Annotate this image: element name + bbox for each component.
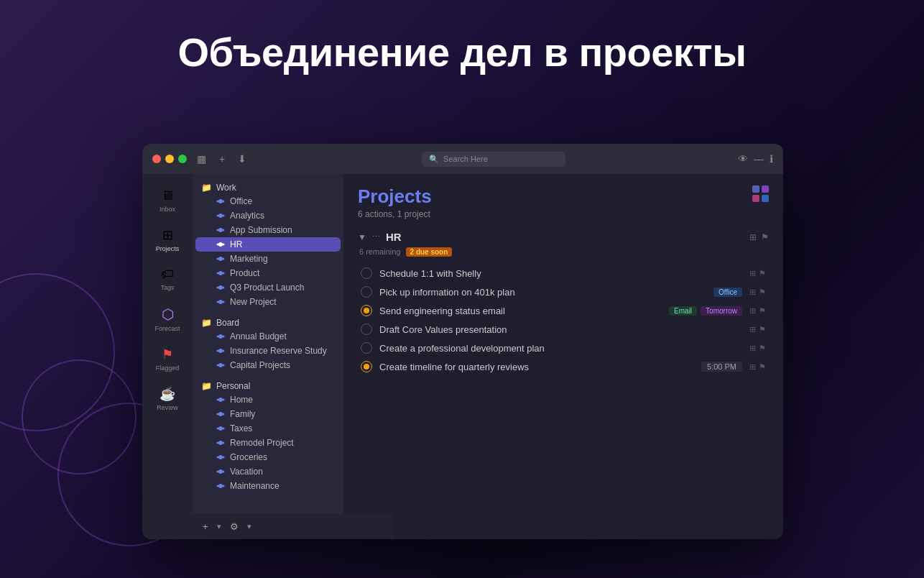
nav-group-board[interactable]: 📁 Board — [193, 315, 343, 329]
task-check-4[interactable] — [361, 324, 372, 335]
settings-bottom-button[interactable]: ⚙ — [227, 520, 241, 533]
task-check-5[interactable] — [361, 342, 372, 354]
svg-point-24 — [218, 334, 223, 339]
svg-point-39 — [218, 426, 223, 431]
q3-dot-icon — [216, 283, 226, 293]
task-grid-icon-2[interactable]: ⊞ — [749, 288, 756, 297]
task-item-2[interactable]: Pick up information on 401k plan Office … — [358, 283, 769, 301]
time-tag: 5:00 PM — [701, 362, 742, 372]
task-item-4[interactable]: Draft Core Values presentation ⊞ ⚑ — [358, 320, 769, 339]
sidebar-strip: 🖥 Inbox ⊞ Projects 🏷 Tags ⬡ Forecast ⚑ F… — [142, 174, 193, 539]
insurance-dot-icon — [216, 346, 226, 356]
svg-point-42 — [218, 441, 223, 445]
add-label: ▾ — [217, 522, 221, 531]
nav-item-office[interactable]: Office — [195, 194, 341, 208]
task-grid-icon-3[interactable]: ⊞ — [749, 306, 756, 316]
nav-item-q3-product-launch[interactable]: Q3 Product Launch — [195, 280, 341, 295]
export-icon[interactable]: ⬇ — [235, 152, 249, 166]
svg-point-37 — [217, 413, 219, 416]
svg-point-46 — [217, 457, 219, 459]
nav-item-home[interactable]: Home — [195, 393, 341, 407]
task-item-5[interactable]: Create a professional development plan ⊞… — [358, 339, 769, 357]
svg-point-28 — [217, 350, 219, 352]
nav-item-annual-budget[interactable]: Annual Budget — [195, 329, 341, 344]
minimize-button[interactable] — [165, 155, 174, 163]
nav-item-family-label: Family — [230, 409, 255, 419]
nav-item-new-project-label: New Project — [230, 297, 277, 307]
sidebar-item-forecast[interactable]: ⬡ Forecast — [147, 300, 188, 338]
section-flag-icon[interactable]: ⚑ — [761, 232, 769, 242]
page-heading: Объединение дел в проекты — [0, 29, 924, 75]
task-grid-icon-6[interactable]: ⊞ — [749, 362, 756, 372]
info-icon[interactable]: ℹ — [770, 153, 773, 165]
task-grid-icon-5[interactable]: ⊞ — [749, 344, 756, 353]
add-bottom-button[interactable]: + — [200, 520, 211, 533]
sidebar-item-inbox[interactable]: 🖥 Inbox — [147, 183, 188, 219]
svg-point-31 — [217, 364, 219, 367]
svg-point-36 — [218, 412, 223, 416]
view-icon[interactable]: 👁 — [738, 153, 748, 165]
svg-point-53 — [223, 485, 225, 487]
nav-item-analytics-label: Analytics — [230, 211, 264, 221]
nav-item-family[interactable]: Family — [195, 407, 341, 421]
task-item-1[interactable]: Schedule 1:1 with Shelly ⊞ ⚑ — [358, 264, 769, 283]
close-button[interactable] — [152, 155, 161, 163]
task-flag-icon-3[interactable]: ⚑ — [759, 306, 766, 316]
nav-item-taxes[interactable]: Taxes — [195, 421, 341, 436]
task-flag-icon-2[interactable]: ⚑ — [759, 288, 766, 297]
dot-4 — [762, 195, 769, 202]
task-item-6[interactable]: Create timeline for quarterly reviews 5:… — [358, 357, 769, 376]
family-dot-icon — [216, 409, 226, 419]
app-submission-dot-icon — [216, 225, 226, 235]
svg-point-23 — [223, 301, 225, 303]
task-flag-icon-5[interactable]: ⚑ — [759, 344, 766, 353]
nav-item-remodel[interactable]: Remodel Project — [195, 436, 341, 450]
task-check-1[interactable] — [361, 267, 372, 279]
task-check-2[interactable] — [361, 286, 372, 298]
task-actions-6: ⊞ ⚑ — [749, 362, 766, 372]
nav-item-hr[interactable]: HR — [195, 237, 341, 252]
svg-point-6 — [218, 228, 223, 232]
hr-dot-icon — [216, 239, 226, 249]
section-grid-icon[interactable]: ⊞ — [749, 232, 757, 242]
taxes-dot-icon — [216, 423, 226, 434]
sidebar-item-flagged[interactable]: ⚑ Flagged — [147, 341, 188, 377]
task-grid-icon-1[interactable]: ⊞ — [749, 269, 756, 278]
collapse-icon[interactable]: ▼ — [358, 232, 366, 242]
nav-item-vacation[interactable]: Vacation — [195, 464, 341, 479]
nav-item-product[interactable]: Product — [195, 266, 341, 280]
hr-section-header: ▼ ⋯ HR ⊞ ⚑ — [358, 231, 769, 243]
nav-item-groceries[interactable]: Groceries — [195, 450, 341, 464]
sidebar-item-review[interactable]: ☕ Review — [147, 380, 188, 417]
svg-point-40 — [217, 428, 219, 430]
nav-item-app-submission[interactable]: App Submission — [195, 223, 341, 237]
task-item-3[interactable]: Send engineering status email Email Tomo… — [358, 301, 769, 320]
search-bar[interactable]: 🔍 Search Here — [422, 152, 565, 167]
task-flag-icon-1[interactable]: ⚑ — [759, 269, 766, 278]
hr-title: HR — [386, 231, 744, 243]
minus-icon[interactable]: — — [754, 153, 764, 165]
nav-item-insurance[interactable]: Insurance Reserve Study — [195, 344, 341, 358]
nav-item-analytics[interactable]: Analytics — [195, 208, 341, 223]
nav-group-work[interactable]: 📁 Work — [193, 180, 343, 194]
task-check-3[interactable] — [361, 305, 372, 316]
task-flag-icon-6[interactable]: ⚑ — [759, 362, 766, 372]
nav-item-new-project[interactable]: New Project — [195, 295, 341, 309]
inbox-label: Inbox — [160, 206, 175, 213]
nav-item-maintenance[interactable]: Maintenance — [195, 479, 341, 493]
svg-point-20 — [223, 287, 225, 289]
work-folder-icon: 📁 — [201, 183, 212, 193]
add-icon[interactable]: + — [216, 152, 228, 166]
personal-folder-icon: 📁 — [201, 381, 212, 391]
task-flag-icon-4[interactable]: ⚑ — [759, 325, 766, 334]
sidebar-item-tags[interactable]: 🏷 Tags — [147, 261, 188, 297]
nav-item-capital-projects[interactable]: Capital Projects — [195, 358, 341, 372]
task-text-4: Draft Core Values presentation — [379, 324, 735, 335]
task-check-6[interactable] — [361, 361, 372, 372]
nav-group-personal[interactable]: 📁 Personal — [193, 378, 343, 393]
sidebar-toggle-icon[interactable]: ▦ — [194, 152, 209, 166]
sidebar-item-projects[interactable]: ⊞ Projects — [147, 221, 188, 258]
task-grid-icon-4[interactable]: ⊞ — [749, 325, 756, 334]
maximize-button[interactable] — [178, 155, 187, 163]
nav-item-marketing[interactable]: Marketing — [195, 252, 341, 266]
